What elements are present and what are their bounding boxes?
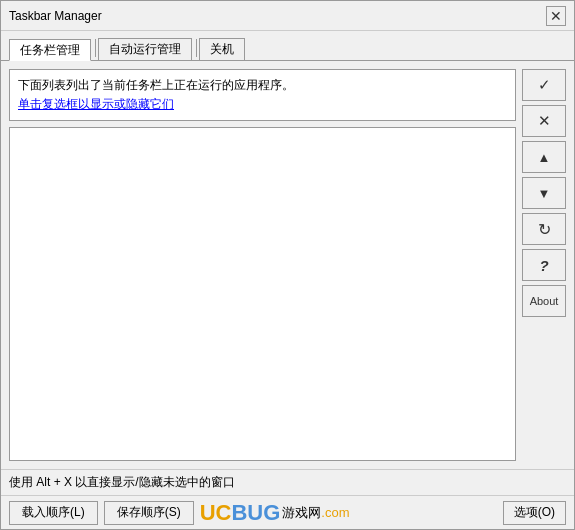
app-list[interactable] (9, 127, 516, 461)
move-down-button[interactable]: ▼ (522, 177, 566, 209)
arrow-up-icon: ▲ (538, 150, 551, 165)
tab-shutdown[interactable]: 关机 (199, 38, 245, 60)
tab-bar: 任务栏管理 自动运行管理 关机 (1, 31, 574, 61)
cross-icon: ✕ (538, 112, 551, 130)
watermark: UC BUG 游戏网 .com (200, 500, 350, 526)
status-hint: 使用 Alt + X 以直接显示/隐藏未选中的窗口 (9, 475, 235, 489)
window-title: Taskbar Manager (9, 9, 102, 23)
info-line1: 下面列表列出了当前任务栏上正在运行的应用程序。 (18, 76, 507, 95)
checkmark-icon: ✓ (538, 76, 551, 94)
watermark-bug: BUG (231, 500, 280, 526)
window: Taskbar Manager ✕ 任务栏管理 自动运行管理 关机 下面列表列出… (0, 0, 575, 530)
refresh-button[interactable]: ↻ (522, 213, 566, 245)
tab-autorun-manager[interactable]: 自动运行管理 (98, 38, 192, 60)
close-button[interactable]: ✕ (546, 6, 566, 26)
content-area: 下面列表列出了当前任务栏上正在运行的应用程序。 单击复选框以显示或隐藏它们 ✓ … (1, 61, 574, 469)
refresh-icon: ↻ (538, 220, 551, 239)
info-line2[interactable]: 单击复选框以显示或隐藏它们 (18, 95, 507, 114)
about-label: About (530, 295, 559, 307)
info-box: 下面列表列出了当前任务栏上正在运行的应用程序。 单击复选框以显示或隐藏它们 (9, 69, 516, 121)
title-bar: Taskbar Manager ✕ (1, 1, 574, 31)
cancel-button[interactable]: ✕ (522, 105, 566, 137)
load-order-button[interactable]: 载入顺序(L) (9, 501, 98, 525)
side-buttons: ✓ ✕ ▲ ▼ ↻ ? About (522, 69, 566, 461)
watermark-com: .com (321, 505, 349, 520)
options-button[interactable]: 选项(O) (503, 501, 566, 525)
spacer: UC BUG 游戏网 .com (200, 500, 497, 526)
tab-taskbar-manager[interactable]: 任务栏管理 (9, 39, 91, 61)
main-panel: 下面列表列出了当前任务栏上正在运行的应用程序。 单击复选框以显示或隐藏它们 (9, 69, 516, 461)
arrow-down-icon: ▼ (538, 186, 551, 201)
watermark-rest: 游戏网 (282, 504, 321, 522)
status-bar: 使用 Alt + X 以直接显示/隐藏未选中的窗口 (1, 469, 574, 495)
question-icon: ? (539, 257, 548, 274)
tab-separator-2 (196, 39, 197, 57)
watermark-uc: UC (200, 500, 232, 526)
bottom-bar: 载入顺序(L) 保存顺序(S) UC BUG 游戏网 .com 选项(O) (1, 495, 574, 529)
help-button[interactable]: ? (522, 249, 566, 281)
confirm-button[interactable]: ✓ (522, 69, 566, 101)
tab-separator-1 (95, 39, 96, 57)
about-button[interactable]: About (522, 285, 566, 317)
move-up-button[interactable]: ▲ (522, 141, 566, 173)
save-order-button[interactable]: 保存顺序(S) (104, 501, 194, 525)
